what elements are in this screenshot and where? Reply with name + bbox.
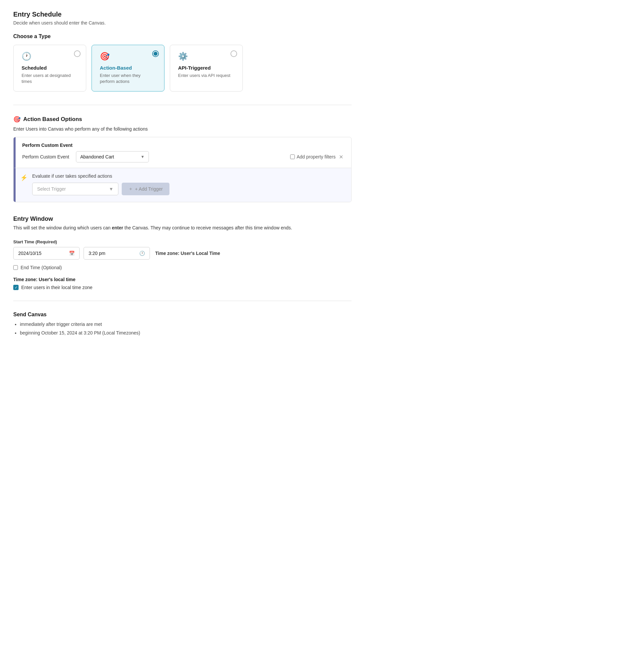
trigger-dropdown-chevron-icon: ▼ [109, 186, 113, 191]
datetime-row: 2024/10/15 📅 3:20 pm 🕐 Time zone: User's… [13, 247, 351, 259]
action-based-radio[interactable] [152, 51, 159, 57]
clock-time-icon: 🕐 [139, 251, 145, 256]
action-based-card-title: Action-Based [100, 65, 156, 71]
end-time-row: End Time (Optional) [13, 265, 351, 270]
action-row-controls: Perform Custom Event Abandoned Cart ▼ Ad… [22, 151, 345, 162]
page-subtitle: Decide when users should enter the Canva… [13, 20, 351, 26]
send-canvas-title: Send Canvas [13, 312, 351, 317]
api-triggered-radio[interactable] [230, 51, 237, 57]
end-time-checkbox[interactable] [13, 265, 18, 270]
entry-window-title: Entry Window [13, 215, 351, 223]
start-time-value: 3:20 pm [88, 251, 106, 256]
action-based-card-desc: Enter user when they perform actions [100, 73, 156, 85]
target-icon: 🎯 [100, 52, 156, 61]
clock-icon: 🕐 [22, 52, 78, 61]
timezone-display-label: Time zone: User's Local Time [155, 251, 220, 256]
trigger-controls: Select Trigger ▼ ＋ + Add Trigger [32, 183, 345, 195]
page-title: Entry Schedule [13, 11, 351, 18]
perform-custom-event-title: Perform Custom Event [22, 143, 345, 148]
entry-window-desc-prefix: This will set the window during which us… [13, 225, 112, 230]
abandoned-cart-dropdown[interactable]: Abandoned Cart ▼ [76, 151, 149, 162]
end-time-label: End Time (Optional) [20, 265, 62, 270]
start-time-label: Start Time (Required) [13, 239, 351, 244]
add-trigger-button[interactable]: ＋ + Add Trigger [122, 183, 169, 195]
divider-2 [13, 301, 351, 301]
gear-icon: ⚙️ [178, 52, 235, 61]
divider-1 [13, 105, 351, 105]
select-trigger-placeholder: Select Trigger [37, 186, 66, 191]
type-card-action-based[interactable]: 🎯 Action-Based Enter user when they perf… [92, 45, 165, 91]
start-date-input[interactable]: 2024/10/15 📅 [13, 247, 80, 259]
perform-custom-event-inner: Perform Custom Event Perform Custom Even… [16, 137, 351, 168]
add-property-filters-checkbox[interactable] [290, 155, 295, 159]
trigger-inner: Evaluate if user takes specified actions… [32, 168, 351, 202]
start-date-value: 2024/10/15 [18, 251, 41, 256]
abandoned-cart-value: Abandoned Cart [80, 154, 114, 159]
perform-custom-event-label: Perform Custom Event [22, 154, 72, 159]
send-canvas-item-1: immediately after trigger criteria are m… [20, 320, 351, 329]
trigger-row: ⚡ Evaluate if user takes specified actio… [14, 168, 351, 202]
send-canvas-item-2: beginning October 15, 2024 at 3:20 PM (L… [20, 329, 351, 337]
entry-window-desc-suffix: the Canvas. They may continue to receive… [123, 225, 292, 230]
choose-type-label: Choose a Type [13, 33, 351, 40]
scheduled-radio[interactable] [74, 51, 81, 57]
send-canvas-list: immediately after trigger criteria are m… [13, 320, 351, 337]
property-filter-area: Add property filters ✕ [290, 154, 345, 160]
remove-action-button[interactable]: ✕ [338, 154, 345, 160]
action-based-header: 🎯 Action Based Options [13, 116, 351, 123]
trigger-description: Evaluate if user takes specified actions [32, 173, 345, 179]
send-canvas-section: Send Canvas immediately after trigger cr… [13, 312, 351, 337]
type-cards-container: 🕐 Scheduled Enter users at designated ti… [13, 45, 351, 91]
add-property-filters-label: Add property filters [297, 154, 336, 159]
add-trigger-label: + Add Trigger [135, 186, 163, 191]
entry-window-description: This will set the window during which us… [13, 225, 351, 231]
local-timezone-checkbox[interactable]: ✓ [13, 285, 18, 290]
type-card-scheduled[interactable]: 🕐 Scheduled Enter users at designated ti… [13, 45, 86, 91]
type-card-api-triggered[interactable]: ⚙️ API-Triggered Enter users via API req… [170, 45, 243, 91]
entry-window-desc-bold: enter [112, 225, 123, 230]
dropdown-chevron-icon: ▼ [141, 155, 144, 159]
action-based-title: Action Based Options [23, 116, 82, 123]
scheduled-card-title: Scheduled [22, 65, 78, 71]
select-trigger-dropdown[interactable]: Select Trigger ▼ [32, 183, 118, 195]
perform-custom-event-row: Perform Custom Event Perform Custom Even… [14, 137, 351, 168]
action-block: Perform Custom Event Perform Custom Even… [13, 137, 351, 202]
api-triggered-card-desc: Enter users via API request [178, 73, 235, 79]
local-timezone-label: Enter users in their local time zone [21, 285, 93, 290]
add-trigger-plus-icon: ＋ [128, 186, 133, 192]
lightning-icon: ⚡ [16, 168, 32, 202]
action-based-description: Enter Users into Canvas who perform any … [13, 126, 351, 132]
api-triggered-card-title: API-Triggered [178, 65, 235, 71]
start-time-input[interactable]: 3:20 pm 🕐 [84, 247, 150, 259]
scheduled-card-desc: Enter users at designated times [22, 73, 78, 85]
action-based-icon: 🎯 [13, 116, 20, 123]
calendar-icon: 📅 [69, 251, 75, 256]
local-time-section: Time zone: User's local time ✓ Enter use… [13, 277, 351, 290]
local-time-section-title: Time zone: User's local time [13, 277, 351, 282]
local-time-row: ✓ Enter users in their local time zone [13, 285, 351, 290]
